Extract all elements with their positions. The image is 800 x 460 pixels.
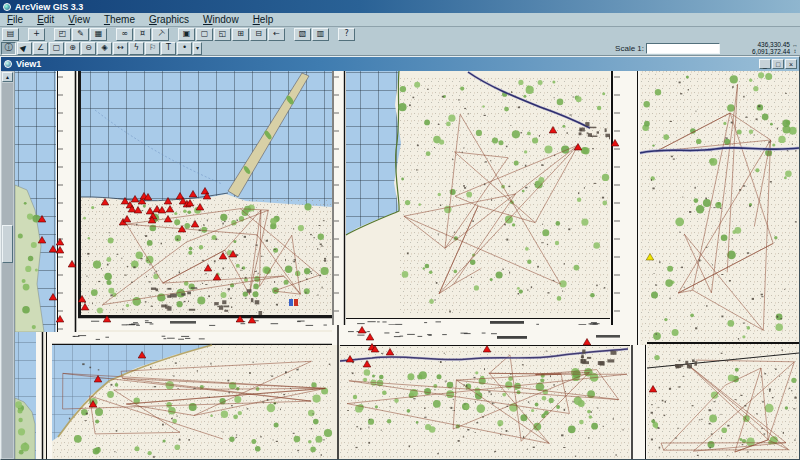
view-icon (4, 60, 12, 68)
zoom-out-tool[interactable]: ⊖ (81, 42, 96, 55)
magnifier-plus-icon: ⊕ (69, 43, 76, 53)
info-circle-icon: ⓘ (5, 43, 13, 53)
clear-selection-button[interactable]: ▥ (312, 28, 329, 41)
menu-window[interactable]: Window (196, 14, 246, 25)
draw-dropdown[interactable]: ▾ (193, 42, 202, 55)
view-titlebar[interactable]: View1 _□× (1, 57, 799, 71)
identify-tool[interactable]: ⓘ (1, 42, 16, 55)
pan-tool[interactable]: ◈ (97, 42, 112, 55)
zoom-in-step-button[interactable]: ⊞ (232, 28, 249, 41)
table-icon: ▦ (95, 29, 103, 39)
query-builder-button[interactable]: ⊤ (152, 28, 169, 41)
lightning-icon: ϟ (134, 43, 139, 53)
close-icon: × (789, 61, 793, 68)
cursor-axes-icon: ↔↕ (792, 42, 798, 54)
app-logo-icon (3, 3, 11, 11)
map-display (15, 71, 799, 459)
scale-area: Scale 1: 436,330.45 6,091,372.44 ↔↕ (615, 41, 800, 55)
label-flag-icon: ⚐ (149, 43, 156, 53)
menu-file[interactable]: File (0, 14, 30, 25)
zoom-in-icon: ⊞ (237, 29, 244, 39)
window-controls: _□× (758, 59, 797, 69)
menu-bar: FileEditViewThemeGraphicsWindowHelp (0, 13, 800, 27)
minimize-icon: _ (763, 61, 767, 68)
label-tool[interactable]: ⚐ (145, 42, 160, 55)
zoom-full-extent-button[interactable]: ▣ (178, 28, 195, 41)
zoom-selected-button[interactable]: ◱ (214, 28, 231, 41)
zoom-active-icon: ▢ (201, 29, 209, 39)
menu-theme[interactable]: Theme (97, 14, 142, 25)
minimize-button[interactable]: _ (759, 59, 771, 69)
vertex-edit-tool[interactable]: ∠ (33, 42, 48, 55)
find-button[interactable]: ∞ (116, 28, 133, 41)
locate-icon: ¤ (140, 29, 145, 39)
properties-icon: ◰ (59, 29, 67, 39)
select-features-button[interactable]: ▧ (294, 28, 311, 41)
text-icon: T (166, 43, 171, 53)
measure-tool[interactable]: ↔ (113, 42, 128, 55)
pencil-icon: ✎ (77, 29, 84, 39)
hammer-icon: ⊤ (155, 28, 167, 40)
hotlink-tool[interactable]: ϟ (129, 42, 144, 55)
menu-edit[interactable]: Edit (30, 14, 61, 25)
sheet-topleft (15, 71, 78, 332)
edit-legend-button[interactable]: ✎ (72, 28, 89, 41)
view-content: ▲ (1, 71, 799, 459)
vertex-icon: ∠ (37, 43, 44, 53)
sheet-topmiddle (346, 71, 616, 332)
table-of-contents: ▲ (1, 71, 15, 459)
clear-selection-icon: ▥ (317, 29, 325, 39)
toc-scrollbar-thumb[interactable] (2, 225, 13, 263)
select-feature-tool[interactable]: ▢ (49, 42, 64, 55)
dashed-rect-icon: ▢ (53, 43, 61, 53)
zoom-out-step-button[interactable]: ⊟ (250, 28, 267, 41)
text-tool[interactable]: T (161, 42, 176, 55)
binoculars-icon: ∞ (121, 29, 128, 39)
coordinate-y: 6,091,372.44 (726, 48, 790, 55)
app-titlebar[interactable]: ArcView GIS 3.3 (0, 0, 800, 13)
menu-help[interactable]: Help (246, 14, 281, 25)
tool-bar: ⓘ▶∠▢⊕⊖◈↔ϟ⚐T•▾ Scale 1: 436,330.45 6,091,… (0, 41, 800, 56)
sheet-topmain (78, 71, 346, 332)
close-button[interactable]: × (785, 59, 797, 69)
toc-scrollbar[interactable] (2, 83, 13, 458)
scale-input[interactable] (646, 43, 720, 54)
help-pointer-icon: ? (344, 29, 348, 39)
help-button[interactable]: ? (338, 28, 355, 41)
menu-view[interactable]: View (61, 14, 97, 25)
draw-point-tool[interactable]: • (177, 42, 192, 55)
ruler-icon: ↔ (117, 43, 124, 53)
toc-scroll-up-button[interactable]: ▲ (2, 72, 13, 82)
pointer-tool[interactable]: ▶ (17, 42, 32, 55)
theme-properties-button[interactable]: ◰ (54, 28, 71, 41)
view-window: View1 _□× ▲ (0, 56, 800, 460)
zoom-selected-icon: ◱ (219, 29, 227, 39)
zoom-active-theme-button[interactable]: ▢ (196, 28, 213, 41)
coordinate-x: 436,330.45 (726, 41, 790, 48)
add-theme-button[interactable]: + (28, 28, 45, 41)
scale-label: Scale 1: (615, 44, 644, 53)
coordinate-readout: 436,330.45 6,091,372.44 (726, 41, 790, 55)
maximize-icon: □ (776, 61, 780, 68)
zoom-in-tool[interactable]: ⊕ (65, 42, 80, 55)
point-icon: • (182, 43, 187, 53)
map-canvas[interactable] (15, 71, 799, 459)
zoom-full-icon: ▣ (183, 29, 191, 39)
back-arrow-icon: ← (273, 29, 280, 39)
sheet-topright (610, 71, 799, 345)
app-title: ArcView GIS 3.3 (15, 2, 83, 12)
magnifier-minus-icon: ⊖ (85, 43, 92, 53)
menu-graphics[interactable]: Graphics (142, 14, 196, 25)
add-theme-icon: + (33, 29, 40, 39)
sheet-bottomleft (46, 332, 332, 459)
locate-address-button[interactable]: ¤ (134, 28, 151, 41)
button-bar: ▤+◰✎▦∞¤⊤▣▢◱⊞⊟←▧▥? (0, 27, 800, 41)
sheet-bottomright (630, 343, 799, 459)
maximize-button[interactable]: □ (772, 59, 784, 69)
floppy-disk-icon: ▤ (7, 29, 15, 39)
hand-icon: ◈ (101, 43, 107, 53)
select-features-icon: ▧ (299, 29, 307, 39)
zoom-previous-button[interactable]: ← (268, 28, 285, 41)
save-project-button[interactable]: ▤ (2, 28, 19, 41)
open-theme-table-button[interactable]: ▦ (90, 28, 107, 41)
